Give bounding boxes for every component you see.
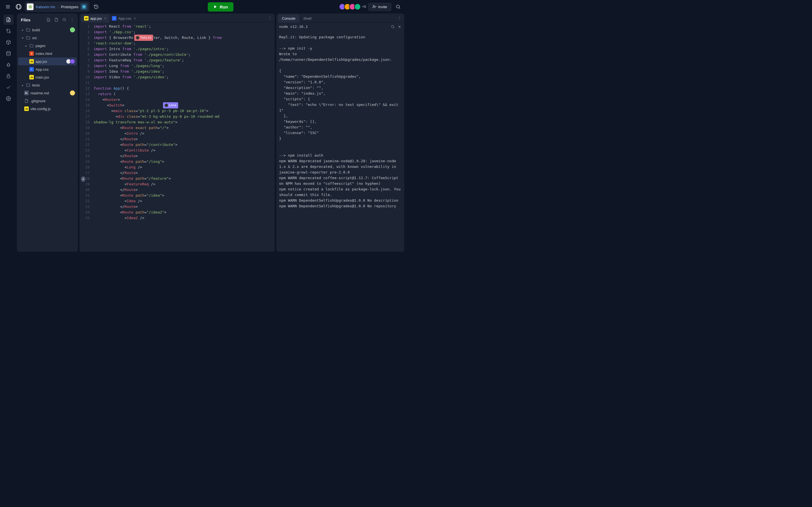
file-row[interactable]: M↓readme.md <box>18 89 77 97</box>
close-tab-icon[interactable]: × <box>103 16 107 20</box>
collaborator-cursor: Tabish <box>134 35 153 41</box>
cursor-name: Tabish <box>140 35 151 41</box>
file-row[interactable]: JSapp.jsx <box>18 57 77 65</box>
run-button[interactable]: Run <box>208 2 234 11</box>
console-search-icon[interactable] <box>391 25 395 29</box>
file-name: index.html <box>36 52 52 56</box>
files-title: Files <box>21 17 44 22</box>
folder-row[interactable]: ▸pages <box>18 42 77 50</box>
presence-avatar <box>70 91 75 96</box>
search-files-icon[interactable] <box>61 16 68 23</box>
console-clear-icon[interactable] <box>398 25 402 29</box>
breadcrumb-separator: / <box>57 5 59 9</box>
folder-row[interactable]: ▸tests <box>18 81 77 89</box>
svg-point-36 <box>391 25 394 27</box>
search-icon[interactable] <box>394 2 403 11</box>
editor-tab[interactable]: JSapp.jsx× <box>81 14 109 22</box>
gutter-comment-badge[interactable]: 2 <box>81 176 86 182</box>
rail-version-control[interactable] <box>3 26 13 36</box>
breadcrumb-org[interactable]: Kaboom Inc <box>36 5 55 9</box>
collaborator-avatars[interactable]: +5 <box>341 3 366 10</box>
svg-point-35 <box>399 19 400 19</box>
console-text: Repl.it: Updating package configuration … <box>279 34 402 209</box>
chevron-icon: ▸ <box>21 83 24 87</box>
file-row[interactable]: .gitignore <box>18 97 77 105</box>
rail-secrets[interactable] <box>3 71 13 81</box>
breadcrumb-project[interactable]: Prototypes <box>61 5 79 9</box>
org-icon: ✳️ <box>27 3 34 10</box>
svg-point-16 <box>6 29 8 31</box>
editor-more-icon[interactable] <box>265 16 274 20</box>
code-editor[interactable]: 1234567891011121314151617181920212223242… <box>80 22 274 252</box>
svg-line-13 <box>399 8 400 8</box>
presence-avatars <box>67 59 75 64</box>
console-tabs: ConsoleShell <box>276 13 404 22</box>
files-more-icon[interactable] <box>69 16 75 23</box>
console-output[interactable]: node v12.16.1 Repl.it: Updating package … <box>276 22 404 252</box>
presence-avatar <box>70 27 75 33</box>
cursor-name: Lena <box>169 103 176 108</box>
svg-point-34 <box>399 18 400 18</box>
cursor-avatar <box>165 104 168 107</box>
svg-point-22 <box>8 98 9 100</box>
svg-rect-20 <box>8 64 9 67</box>
svg-point-30 <box>269 17 270 17</box>
side-rail <box>2 13 15 252</box>
console-panel: ConsoleShell node v12.16.1 Repl.it: Upda… <box>276 13 404 252</box>
svg-point-25 <box>63 18 65 20</box>
folder-row[interactable]: ▸build <box>18 26 77 34</box>
folder-icon <box>29 43 34 48</box>
history-icon[interactable] <box>92 2 101 11</box>
editor-panel: JSapp.jsx×≡App.css× 12345678910111213141… <box>80 13 274 252</box>
file-row[interactable]: JSvite.config.js <box>18 105 77 113</box>
hamburger-menu[interactable] <box>3 2 12 11</box>
replit-logo[interactable] <box>15 3 22 11</box>
file-row[interactable]: 5index.html <box>18 50 77 57</box>
folder-icon <box>26 36 31 40</box>
svg-line-26 <box>65 20 66 21</box>
svg-point-27 <box>72 18 72 19</box>
rail-packages[interactable] <box>3 37 13 47</box>
invite-button[interactable]: Invite <box>368 3 391 11</box>
rail-settings[interactable] <box>3 94 13 104</box>
txt-file-icon <box>24 99 29 103</box>
files-header: Files <box>17 13 78 26</box>
rail-database[interactable] <box>3 48 13 59</box>
new-folder-icon[interactable] <box>53 16 60 23</box>
console-tab[interactable]: Shell <box>299 14 315 22</box>
file-name: main.jsx <box>36 75 49 79</box>
more-users-count: +5 <box>362 5 366 9</box>
file-row[interactable]: ≡App.css <box>18 65 77 73</box>
files-panel: Files ▸build▾src▸pages5index.htmlJSapp.j… <box>17 13 78 252</box>
file-row[interactable]: JSmain.jsx <box>18 73 77 81</box>
rail-files[interactable] <box>3 15 13 25</box>
invite-label: Invite <box>378 5 387 9</box>
close-tab-icon[interactable]: × <box>133 16 137 20</box>
svg-line-37 <box>394 27 395 29</box>
rail-debugger[interactable] <box>3 60 13 70</box>
tab-label: App.css <box>118 16 131 20</box>
rail-checks[interactable] <box>3 82 13 93</box>
file-name: pages <box>36 44 45 48</box>
collaborator-cursor: Lena <box>163 102 178 108</box>
new-file-icon[interactable] <box>45 16 52 23</box>
file-name: readme.md <box>31 91 49 95</box>
svg-point-9 <box>373 5 375 7</box>
console-tab[interactable]: Console <box>278 14 299 22</box>
md-file-icon: M↓ <box>24 91 29 95</box>
js-file-icon: JS <box>29 75 34 79</box>
editor-tab[interactable]: ≡App.css× <box>109 14 139 22</box>
react-badge-icon <box>81 3 87 10</box>
console-more-icon[interactable] <box>395 16 404 20</box>
file-name: vite.config.js <box>31 107 51 111</box>
chevron-icon: ▾ <box>21 36 24 40</box>
svg-point-31 <box>269 18 270 18</box>
svg-marker-8 <box>214 5 216 8</box>
folder-row[interactable]: ▾src <box>18 34 77 42</box>
file-name: src <box>32 36 37 40</box>
svg-point-29 <box>72 20 72 21</box>
file-tree: ▸build▾src▸pages5index.htmlJSapp.jsx≡App… <box>17 26 78 113</box>
html-file-icon: 5 <box>29 51 34 56</box>
js-file-icon: JS <box>24 107 29 111</box>
js-file-icon: JS <box>29 59 34 64</box>
